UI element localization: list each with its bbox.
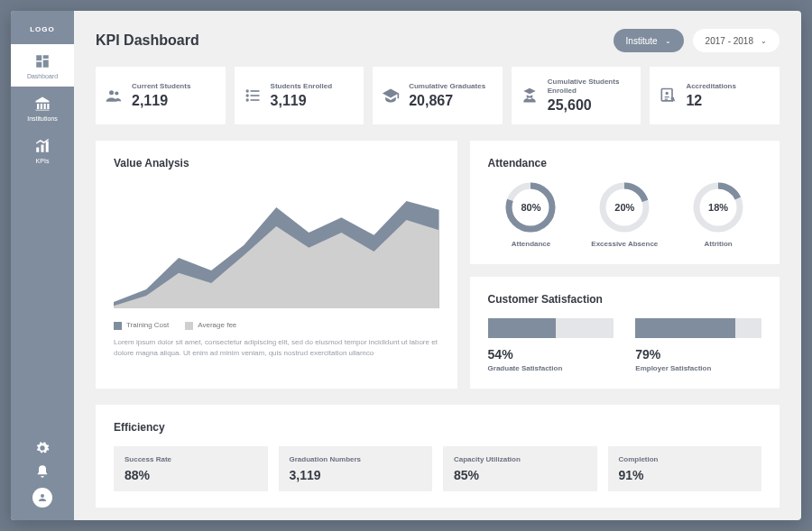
bar-value: 54% [488,347,614,362]
donut-caption: Attrition [675,240,761,248]
donut-row: 80% Attendance 20% Excessive Absence 18%… [488,182,761,248]
panel-title: Customer Satisfaction [488,293,761,306]
chevron-down-icon: ⌄ [761,37,767,45]
stat-label: Accreditations [686,82,736,91]
efficiency-card: Success Rate 88% [114,446,268,491]
period-dropdown[interactable]: 2017 - 2018 ⌄ [693,29,780,52]
attendance-panel: Attendance 80% Attendance 20% Excessive … [470,141,780,264]
chevron-down-icon: ⌄ [665,37,671,45]
donut-item: 80% Attendance [488,182,575,248]
svg-point-11 [245,94,248,96]
topbar: KPI Dashboard Institute ⌄ 2017 - 2018 ⌄ [96,29,780,52]
stat-enrolled: Students Enrolled 3,119 [235,67,364,124]
svg-rect-1 [43,55,49,59]
efficiency-card: Graduation Numbers 3,119 [279,446,433,491]
app-frame: LOGO Dashboard Institutions KPIs [11,11,801,520]
svg-point-7 [109,90,114,95]
svg-point-13 [245,98,248,101]
donut-item: 18% Attrition [675,182,761,248]
donut-chart: 20% [599,182,650,233]
efficiency-card: Completion 91% [608,446,762,491]
institute-dropdown[interactable]: Institute ⌄ [614,29,684,52]
panel-title: Value Analysis [114,157,439,169]
bar-value: 79% [635,347,761,362]
donut-chart: 18% [693,182,743,233]
period-label: 2017 - 2018 [706,36,753,46]
stat-value: 25,600 [548,97,632,114]
main-content: KPI Dashboard Institute ⌄ 2017 - 2018 ⌄ … [74,11,801,520]
stat-value: 2,119 [132,93,190,109]
svg-rect-0 [36,55,42,60]
donut-item: 20% Excessive Absence [581,182,668,248]
bell-icon[interactable] [35,464,50,479]
page-title: KPI Dashboard [96,32,199,49]
efficiency-panel: Efficiency Success Rate 88% Graduation N… [96,405,780,508]
svg-rect-12 [250,95,259,96]
institute-label: Institute [626,36,658,46]
institution-icon [34,96,51,112]
stat-current-students: Current Students 2,119 [96,67,226,124]
bar-caption: Graduate Satisfaction [488,364,614,372]
eff-label: Success Rate [125,455,257,463]
chart-icon [34,138,51,154]
nav-label: Institutions [27,115,57,122]
legend-item-b: Average fee [185,321,236,329]
panel-title: Efficiency [114,421,761,434]
donut-value: 18% [693,182,743,233]
svg-point-16 [666,92,669,95]
svg-rect-5 [42,145,44,152]
panel-title: Attendance [488,157,761,169]
list-icon [244,87,262,105]
sidebar-bottom [32,441,52,520]
dashboard-icon [34,53,51,69]
stat-label: Students Enrolled [271,82,332,91]
svg-rect-4 [36,148,39,152]
eff-value: 88% [125,468,257,482]
bar-row: 54% Graduate Satisfaction 79% Employer S… [488,318,761,372]
svg-rect-2 [43,60,49,68]
panel-description: Lorem ipsum dolor sit amet, consectetur … [114,337,439,359]
stat-label: Cumulative Students Enrolled [548,78,632,95]
bar-track [635,318,761,338]
nav-label: KPIs [36,158,50,164]
bar-fill [635,318,734,338]
gear-icon[interactable] [35,441,50,455]
bar-caption: Employer Satisfaction [635,364,761,372]
graduate-person-icon [521,87,539,105]
stat-label: Cumulative Graduates [409,82,485,91]
stat-value: 12 [686,93,736,109]
nav-dashboard[interactable]: Dashboard [11,44,74,87]
svg-point-8 [115,92,118,96]
eff-value: 3,119 [290,468,422,482]
satisfaction-panel: Customer Satisfaction 54% Graduate Satis… [470,277,780,389]
svg-rect-14 [250,99,259,101]
eff-label: Graduation Numbers [290,455,422,463]
value-analysis-panel: Value Analysis Training Cost Average fee… [96,141,457,389]
user-avatar[interactable] [32,488,52,508]
logo: LOGO [30,25,55,33]
legend-item-a: Training Cost [114,321,169,329]
area-chart [114,182,439,308]
eff-label: Completion [619,455,752,463]
sidebar: LOGO Dashboard Institutions KPIs [11,11,74,520]
donut-value: 20% [599,182,650,233]
stats-row: Current Students 2,119 Students Enrolled… [96,67,780,124]
eff-value: 85% [454,468,586,482]
svg-rect-10 [250,90,259,92]
donut-chart: 80% [505,182,556,233]
eff-label: Capacity Utilization [454,455,586,463]
chart-legend: Training Cost Average fee [114,321,439,329]
donut-value: 80% [505,182,556,233]
stat-value: 3,119 [271,93,332,109]
svg-point-9 [245,89,248,92]
bar-track [488,318,614,338]
efficiency-card: Capacity Utilization 85% [443,446,597,491]
donut-caption: Excessive Absence [581,240,668,248]
stat-graduates: Cumulative Graduates 20,867 [373,67,503,124]
nav-institutions[interactable]: Institutions [11,87,74,129]
graduation-icon [382,87,400,105]
nav-kpis[interactable]: KPIs [11,129,74,171]
stat-cumulative-enrolled: Cumulative Students Enrolled 25,600 [512,67,641,124]
bar-item: 54% Graduate Satisfaction [488,318,614,372]
middle-grid: Value Analysis Training Cost Average fee… [96,141,780,389]
